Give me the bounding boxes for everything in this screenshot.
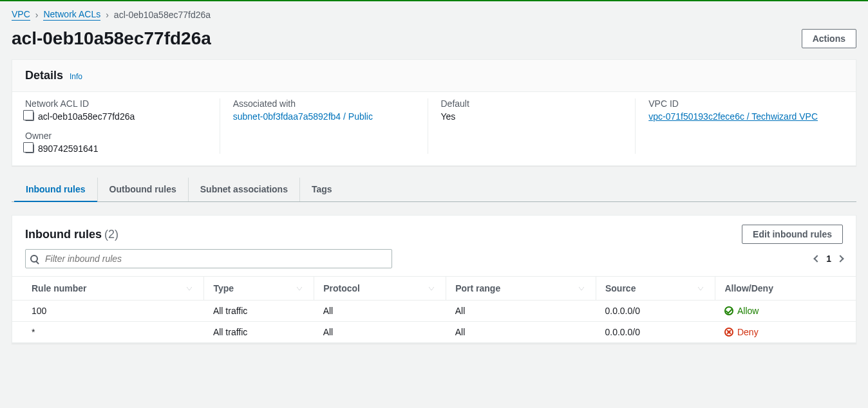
cell-allow-deny: Deny bbox=[715, 322, 856, 343]
vpc-id-link[interactable]: vpc-071f50193c2fece6c / Techwizard VPC bbox=[648, 111, 818, 122]
info-link[interactable]: Info bbox=[70, 72, 82, 81]
detail-col-1: Network ACL ID acl-0eb10a58ec77fd26a Own… bbox=[25, 98, 220, 154]
breadcrumb-current: acl-0eb10a58ec77fd26a bbox=[114, 10, 211, 20]
cell-port-range: All bbox=[446, 301, 596, 322]
cell-type: All traffic bbox=[204, 301, 314, 322]
cell-protocol: All bbox=[314, 322, 446, 343]
inbound-rules-title: Inbound rules bbox=[25, 228, 102, 241]
prev-page-icon[interactable] bbox=[814, 255, 821, 262]
details-panel: Details Info Network ACL ID acl-0eb10a58… bbox=[12, 59, 856, 166]
search-wrap bbox=[25, 249, 392, 268]
cell-type: All traffic bbox=[204, 322, 314, 343]
col-protocol[interactable]: Protocol bbox=[314, 277, 446, 301]
status-allow: Allow bbox=[724, 306, 847, 316]
detail-col-3: Default Yes bbox=[428, 98, 636, 154]
col-port-range[interactable]: Port range bbox=[446, 277, 596, 301]
tab-subnet-associations[interactable]: Subnet associations bbox=[188, 178, 299, 201]
edit-inbound-rules-button[interactable]: Edit inbound rules bbox=[742, 225, 843, 244]
page-title: acl-0eb10a58ec77fd26a bbox=[12, 28, 211, 49]
cell-allow-deny: Allow bbox=[715, 301, 856, 322]
inbound-rules-table: Rule number Type Protocol Port range Sou… bbox=[12, 276, 856, 343]
tabs-row: Inbound rules Outbound rules Subnet asso… bbox=[12, 178, 856, 202]
page-container: VPC › Network ACLs › acl-0eb10a58ec77fd2… bbox=[0, 1, 868, 351]
allow-deny-label: Allow bbox=[737, 306, 759, 316]
associated-link[interactable]: subnet-0bf3fdaa7a5892fb4 / Public bbox=[233, 111, 373, 122]
chevron-right-icon: › bbox=[35, 10, 39, 20]
inbound-rules-count: (2) bbox=[104, 228, 118, 241]
status-deny: Deny bbox=[724, 327, 847, 337]
cell-protocol: All bbox=[314, 301, 446, 322]
field-nacl-id: Network ACL ID acl-0eb10a58ec77fd26a bbox=[25, 98, 207, 122]
breadcrumb: VPC › Network ACLs › acl-0eb10a58ec77fd2… bbox=[12, 9, 856, 21]
detail-col-4: VPC ID vpc-071f50193c2fece6c / Techwizar… bbox=[635, 98, 843, 154]
sort-icon bbox=[297, 287, 302, 290]
field-associated: Associated with subnet-0bf3fdaa7a5892fb4… bbox=[233, 98, 415, 122]
detail-col-2: Associated with subnet-0bf3fdaa7a5892fb4… bbox=[220, 98, 428, 154]
title-row: acl-0eb10a58ec77fd26a Actions bbox=[12, 28, 856, 49]
sort-icon bbox=[579, 287, 584, 290]
associated-label: Associated with bbox=[233, 98, 415, 109]
col-rule-number[interactable]: Rule number bbox=[12, 277, 204, 301]
filter-inbound-rules-input[interactable] bbox=[25, 249, 392, 268]
inbound-rules-panel: Inbound rules (2) Edit inbound rules 1 R… bbox=[12, 215, 856, 344]
field-default: Default Yes bbox=[441, 98, 623, 122]
vpc-id-label: VPC ID bbox=[648, 98, 830, 109]
filter-row: 1 bbox=[12, 249, 856, 276]
inbound-rules-actions: Edit inbound rules bbox=[742, 225, 843, 244]
nacl-id-value-row: acl-0eb10a58ec77fd26a bbox=[25, 111, 207, 122]
actions-button[interactable]: Actions bbox=[802, 29, 856, 48]
cell-port-range: All bbox=[446, 322, 596, 343]
table-row[interactable]: 100 All traffic All All 0.0.0.0/0 Allow bbox=[12, 301, 856, 322]
field-owner: Owner 890742591641 bbox=[25, 131, 207, 154]
breadcrumb-vpc-link[interactable]: VPC bbox=[12, 9, 30, 21]
sort-icon bbox=[187, 287, 192, 290]
tab-tags[interactable]: Tags bbox=[299, 178, 344, 201]
tab-inbound-rules[interactable]: Inbound rules bbox=[14, 178, 97, 202]
col-allow-deny[interactable]: Allow/Deny bbox=[715, 277, 856, 301]
nacl-id-value: acl-0eb10a58ec77fd26a bbox=[38, 111, 135, 122]
details-header: Details Info bbox=[12, 60, 856, 92]
col-source[interactable]: Source bbox=[596, 277, 715, 301]
page-number: 1 bbox=[826, 254, 831, 264]
copy-icon[interactable] bbox=[25, 144, 34, 153]
cell-source: 0.0.0.0/0 bbox=[596, 301, 715, 322]
owner-value: 890742591641 bbox=[38, 144, 98, 154]
cell-source: 0.0.0.0/0 bbox=[596, 322, 715, 343]
details-body: Network ACL ID acl-0eb10a58ec77fd26a Own… bbox=[12, 92, 856, 165]
nacl-id-label: Network ACL ID bbox=[25, 98, 207, 109]
owner-label: Owner bbox=[25, 131, 207, 141]
chevron-right-icon: › bbox=[106, 10, 109, 20]
table-header-row: Rule number Type Protocol Port range Sou… bbox=[12, 277, 856, 301]
next-page-icon[interactable] bbox=[836, 255, 844, 262]
sort-icon bbox=[429, 287, 434, 290]
x-circle-icon bbox=[724, 328, 733, 337]
copy-icon[interactable] bbox=[25, 112, 34, 121]
check-circle-icon bbox=[724, 306, 733, 315]
default-value: Yes bbox=[441, 111, 623, 122]
cell-rule-number: * bbox=[12, 322, 204, 343]
inbound-rules-header: Inbound rules (2) Edit inbound rules bbox=[12, 216, 856, 249]
col-type[interactable]: Type bbox=[204, 277, 314, 301]
tab-outbound-rules[interactable]: Outbound rules bbox=[97, 178, 188, 201]
owner-value-row: 890742591641 bbox=[25, 144, 207, 154]
pager: 1 bbox=[815, 254, 843, 264]
search-icon bbox=[30, 255, 38, 263]
breadcrumb-nacls-link[interactable]: Network ACLs bbox=[43, 9, 100, 21]
field-vpc-id: VPC ID vpc-071f50193c2fece6c / Techwizar… bbox=[648, 98, 830, 122]
cell-rule-number: 100 bbox=[12, 301, 204, 322]
default-label: Default bbox=[441, 98, 623, 109]
table-row[interactable]: * All traffic All All 0.0.0.0/0 Deny bbox=[12, 322, 856, 343]
allow-deny-label: Deny bbox=[737, 327, 759, 337]
details-title: Details bbox=[25, 69, 63, 82]
sort-icon bbox=[698, 287, 703, 290]
